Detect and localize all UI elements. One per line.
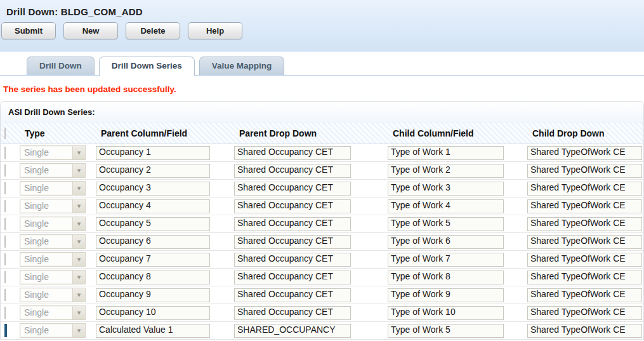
table-row: Single ▾ Occupancy 7 Shared Occupancy CE…: [1, 251, 643, 269]
child-field-input[interactable]: Type of Work 5: [388, 324, 504, 338]
parent-field-input[interactable]: Occupancy 4: [96, 199, 210, 213]
chevron-down-icon: ▾: [72, 271, 85, 284]
select-all-checkbox: [4, 128, 6, 139]
parent-field-input[interactable]: Occupancy 6: [96, 235, 210, 249]
chevron-down-icon: ▾: [72, 217, 85, 231]
chevron-down-icon: ▾: [72, 288, 85, 302]
new-button[interactable]: New: [63, 22, 118, 39]
parent-dropdown-input[interactable]: Shared Occupancy CET: [234, 235, 351, 249]
help-button[interactable]: Help: [188, 22, 242, 39]
table-row: Single ▾ Occupancy 4 Shared Occupancy CE…: [1, 197, 643, 215]
tab-strip: Drill Down Drill Down Series Value Mappi…: [0, 52, 644, 76]
child-field-input[interactable]: Type of Work 9: [388, 288, 504, 302]
child-dropdown-input[interactable]: Shared TypeOfWork CE: [527, 164, 642, 178]
row-checkbox: [4, 271, 6, 283]
type-select-value: Single: [20, 199, 72, 213]
type-select: Single ▾: [20, 217, 86, 231]
type-select-value: Single: [20, 306, 72, 319]
type-select-value: Single: [20, 235, 72, 248]
delete-button[interactable]: Delete: [126, 22, 180, 39]
child-dropdown-input[interactable]: Shared TypeOfWork CE: [527, 146, 642, 160]
parent-field-input[interactable]: Occupancy 9: [96, 288, 210, 302]
child-dropdown-input[interactable]: Shared TypeOfWork CE: [527, 182, 642, 196]
table-row: Single ▾ Occupancy 5 Shared Occupancy CE…: [1, 215, 643, 233]
type-select: Single ▾: [20, 270, 86, 284]
child-dropdown-input[interactable]: Shared TypeOfWork CE: [527, 271, 642, 284]
parent-field-input[interactable]: Occupancy 8: [96, 271, 210, 284]
table-row: Single ▾ Occupancy 2 Shared Occupancy CE…: [1, 162, 643, 180]
parent-dropdown-input[interactable]: Shared Occupancy CET: [234, 182, 351, 196]
child-field-input[interactable]: Type of Work 2: [388, 164, 504, 178]
child-dropdown-input[interactable]: Shared TypeOfWork CE: [527, 288, 642, 302]
child-field-input[interactable]: Type of Work 6: [388, 235, 504, 249]
row-checkbox: [4, 182, 6, 194]
parent-field-input[interactable]: Occupancy 10: [96, 306, 210, 320]
column-header-child-dropdown: Child Drop Down: [527, 128, 642, 138]
child-field-input[interactable]: Type of Work 5: [388, 217, 504, 231]
parent-field-input[interactable]: Occupancy 1: [96, 146, 210, 160]
status-message: The series has been updated successfully…: [0, 76, 644, 101]
tab-value-mapping[interactable]: Value Mapping: [199, 57, 285, 75]
child-dropdown-input[interactable]: Shared TypeOfWork CE: [527, 306, 642, 320]
section-title: ASI Drill Down Series:: [1, 102, 643, 123]
chevron-down-icon: ▾: [72, 164, 85, 177]
child-dropdown-input[interactable]: Shared TypeOfWork CE: [527, 217, 642, 231]
column-header-parent-field: Parent Column/Field: [96, 128, 210, 138]
child-dropdown-input[interactable]: Shared TypeOfWork CE: [527, 235, 642, 249]
chevron-down-icon: ▾: [72, 182, 85, 195]
parent-dropdown-input[interactable]: Shared Occupancy CET: [234, 199, 351, 213]
submit-button[interactable]: Submit: [1, 22, 56, 39]
tab-drill-down[interactable]: Drill Down: [27, 57, 95, 75]
child-dropdown-input[interactable]: Shared TypeOfWork CE: [527, 199, 642, 213]
type-select-value: Single: [20, 253, 72, 266]
type-select: Single ▾: [20, 145, 86, 160]
row-checkbox: [4, 164, 6, 177]
child-field-input[interactable]: Type of Work 8: [388, 271, 504, 284]
type-select-value: Single: [20, 182, 72, 195]
type-select-value: Single: [20, 217, 72, 231]
row-checkbox: [4, 147, 6, 159]
type-select-value: Single: [20, 324, 72, 337]
parent-field-input[interactable]: Calculated Value 1: [96, 324, 210, 338]
type-select: Single ▾: [20, 199, 86, 213]
type-select-value: Single: [20, 146, 72, 159]
parent-dropdown-input[interactable]: Shared Occupancy CET: [234, 271, 351, 284]
parent-dropdown-input[interactable]: Shared Occupancy CET: [234, 164, 351, 178]
child-field-input[interactable]: Type of Work 3: [388, 182, 504, 196]
parent-dropdown-input[interactable]: SHARED_OCCUPANCY: [234, 324, 351, 338]
child-dropdown-input[interactable]: Shared TypeOfWork CE: [527, 324, 642, 338]
type-select: Single ▾: [20, 252, 86, 267]
type-select: Single ▾: [20, 288, 86, 302]
child-dropdown-input[interactable]: Shared TypeOfWork CE: [527, 253, 642, 267]
table-row: Single ▾ Occupancy 10 Shared Occupancy C…: [1, 304, 643, 322]
chevron-down-icon: ▾: [72, 306, 85, 319]
parent-dropdown-input[interactable]: Shared Occupancy CET: [234, 288, 351, 302]
parent-dropdown-input[interactable]: Shared Occupancy CET: [234, 146, 351, 160]
child-field-input[interactable]: Type of Work 4: [388, 199, 504, 213]
table-row: Single ▾ Occupancy 6 Shared Occupancy CE…: [1, 233, 643, 251]
parent-field-input[interactable]: Occupancy 5: [96, 217, 210, 231]
chevron-down-icon: ▾: [72, 253, 85, 266]
parent-dropdown-input[interactable]: Shared Occupancy CET: [234, 217, 351, 231]
parent-field-input[interactable]: Occupancy 7: [96, 253, 210, 267]
child-field-input[interactable]: Type of Work 10: [388, 306, 504, 320]
parent-dropdown-input[interactable]: Shared Occupancy CET: [234, 253, 351, 267]
type-select: Single ▾: [20, 234, 86, 249]
chevron-down-icon: ▾: [72, 235, 85, 248]
child-field-input[interactable]: Type of Work 7: [388, 253, 504, 267]
column-header-child-field: Child Column/Field: [388, 128, 504, 138]
type-select-value: Single: [20, 271, 72, 284]
table-row: Single ▾ Calculated Value 1 SHARED_OCCUP…: [1, 322, 643, 340]
toolbar: Submit New Delete Help: [0, 17, 644, 39]
parent-dropdown-input[interactable]: Shared Occupancy CET: [234, 306, 351, 320]
parent-field-input[interactable]: Occupancy 2: [96, 164, 210, 178]
row-checkbox[interactable]: [4, 324, 7, 337]
row-checkbox: [4, 218, 6, 230]
row-checkbox: [4, 236, 6, 248]
tab-drill-down-series[interactable]: Drill Down Series: [99, 57, 195, 76]
column-header-type: Type: [20, 128, 86, 138]
child-field-input[interactable]: Type of Work 1: [388, 146, 504, 160]
row-checkbox: [4, 289, 6, 301]
table-row: Single ▾ Occupancy 1 Shared Occupancy CE…: [1, 144, 643, 162]
parent-field-input[interactable]: Occupancy 3: [96, 182, 210, 196]
